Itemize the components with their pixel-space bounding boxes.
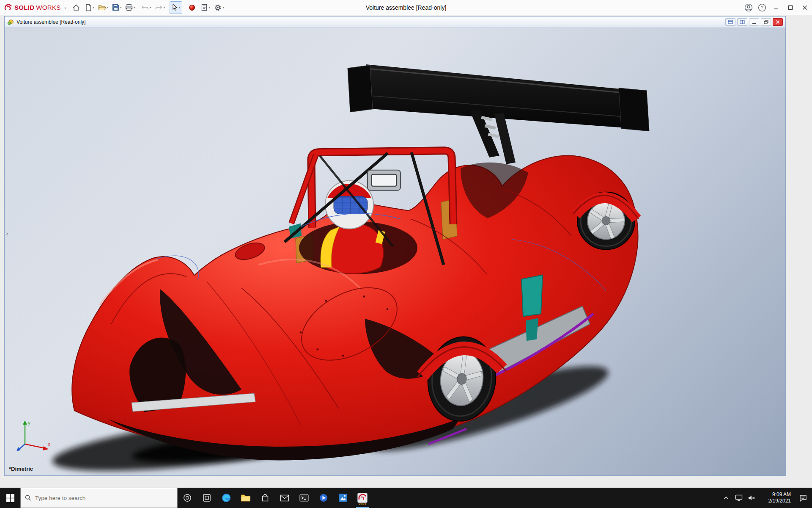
solidworks-version-badge: 2021	[353, 502, 372, 506]
triad-y-label: y	[28, 420, 30, 425]
search-input[interactable]	[35, 495, 173, 501]
search-icon	[25, 494, 31, 501]
doc-new-window-button[interactable]	[725, 18, 735, 26]
taskbar-edge-button[interactable]	[217, 488, 236, 508]
tile-windows-icon	[740, 20, 745, 24]
window-icon	[728, 20, 733, 24]
document-window: Voiture assemblee [Read-only]	[4, 16, 786, 476]
car-model[interactable]	[5, 28, 785, 475]
start-button[interactable]	[0, 488, 20, 508]
print-icon	[125, 4, 133, 11]
taskbar-photos-button[interactable]	[333, 488, 353, 508]
taskbar-media-player-button[interactable]	[314, 488, 333, 508]
caret-down-icon: ▾	[107, 6, 109, 9]
feature-panel-collapse-arrow[interactable]: ‹	[5, 228, 10, 240]
taskbar-spacer	[372, 488, 720, 508]
save-icon	[112, 4, 119, 11]
close-icon	[776, 20, 780, 24]
action-center-button[interactable]	[794, 488, 812, 508]
home-button[interactable]	[70, 1, 82, 14]
orientation-triad: y x	[14, 416, 53, 455]
taskbar-clock[interactable]: 9:09 AM 2/19/2021	[758, 488, 794, 508]
home-icon	[72, 4, 80, 11]
dassault-3ds-icon	[4, 4, 13, 11]
task-view-icon	[203, 494, 211, 502]
caret-down-icon: ▾	[120, 6, 122, 9]
graphics-viewport[interactable]: y x *Dimetric	[5, 28, 785, 475]
taskbar-console-button[interactable]	[294, 488, 314, 508]
breadcrumb-arrow-icon[interactable]: ›	[63, 4, 70, 11]
appearances-button[interactable]	[186, 1, 198, 14]
options-gear-icon	[214, 4, 222, 11]
close-icon	[802, 5, 807, 10]
mail-icon	[280, 494, 289, 502]
app-minimize-button[interactable]	[769, 0, 783, 15]
caret-down-icon: ▾	[208, 6, 210, 9]
app-maximize-button[interactable]	[783, 0, 798, 15]
open-folder-icon	[98, 4, 106, 11]
action-center-icon	[799, 494, 807, 502]
chevron-up-icon	[723, 496, 729, 500]
minimize-icon	[752, 20, 756, 24]
restore-icon	[764, 20, 768, 24]
caret-down-icon: ▾	[178, 6, 180, 9]
cortana-icon	[183, 493, 192, 502]
undo-button[interactable]: ▾	[140, 1, 153, 14]
file-explorer-icon	[241, 494, 251, 502]
triad-x-label: x	[48, 442, 50, 447]
document-title: Voiture assemblee [Read-only]	[16, 19, 85, 25]
caret-down-icon: ▾	[163, 6, 165, 9]
redo-button[interactable]: ▾	[154, 1, 166, 14]
volume-muted-icon	[748, 494, 755, 501]
save-button[interactable]: ▾	[110, 1, 123, 14]
svg-text:?: ?	[761, 5, 763, 10]
tray-display-button[interactable]	[732, 488, 745, 508]
doc-close-button[interactable]	[773, 18, 783, 26]
caret-down-icon: ▾	[222, 6, 224, 9]
open-button[interactable]: ▾	[97, 1, 110, 14]
taskbar-mail-button[interactable]	[275, 488, 294, 508]
taskbar-solidworks-button[interactable]: 2021	[353, 488, 372, 508]
caret-down-icon: ▾	[150, 6, 151, 9]
new-document-button[interactable]: ▾	[83, 1, 96, 14]
app-window-title: Voiture assemblee [Read-only]	[366, 4, 447, 11]
taskbar-file-explorer-button[interactable]	[236, 488, 255, 508]
assembly-document-icon	[7, 19, 14, 25]
appearance-ball-icon	[189, 4, 195, 11]
select-arrow-icon	[172, 4, 178, 11]
account-button[interactable]	[742, 1, 755, 14]
doc-tile-window-button[interactable]	[737, 18, 747, 26]
options-button[interactable]: ▾	[213, 1, 225, 14]
store-bag-icon	[261, 494, 269, 502]
brand-text-bold: SOLID	[14, 4, 34, 11]
redo-icon	[155, 5, 162, 11]
taskbar-search[interactable]	[20, 488, 178, 508]
file-properties-button[interactable]: ▾	[199, 1, 212, 14]
select-tool-button[interactable]: ▾	[170, 1, 182, 14]
doc-restore-button[interactable]	[761, 18, 771, 26]
account-icon	[744, 3, 753, 12]
maximize-icon	[788, 5, 793, 10]
tray-volume-button[interactable]	[745, 488, 758, 508]
console-icon	[299, 494, 309, 502]
cortana-button[interactable]	[178, 488, 197, 508]
file-properties-icon	[201, 4, 208, 11]
app-close-button[interactable]	[798, 0, 812, 15]
doc-minimize-button[interactable]	[749, 18, 759, 26]
document-titlebar[interactable]: Voiture assemblee [Read-only]	[5, 17, 785, 28]
taskbar-store-button[interactable]	[255, 488, 275, 508]
task-view-button[interactable]	[197, 488, 217, 508]
tray-show-hidden-button[interactable]	[720, 488, 732, 508]
edge-icon	[221, 493, 231, 503]
solidworks-logo: SOLIDWORKS	[0, 4, 63, 11]
clock-date: 2/19/2021	[768, 498, 791, 504]
help-icon: ?	[758, 3, 766, 12]
help-button[interactable]: ?	[756, 1, 768, 14]
media-player-icon	[319, 493, 328, 502]
print-button[interactable]: ▾	[124, 1, 137, 14]
caret-down-icon: ▾	[93, 6, 94, 9]
display-icon	[735, 494, 743, 501]
caret-down-icon: ▾	[134, 6, 135, 9]
photos-icon	[338, 493, 348, 502]
clock-time: 9:09 AM	[772, 491, 791, 498]
